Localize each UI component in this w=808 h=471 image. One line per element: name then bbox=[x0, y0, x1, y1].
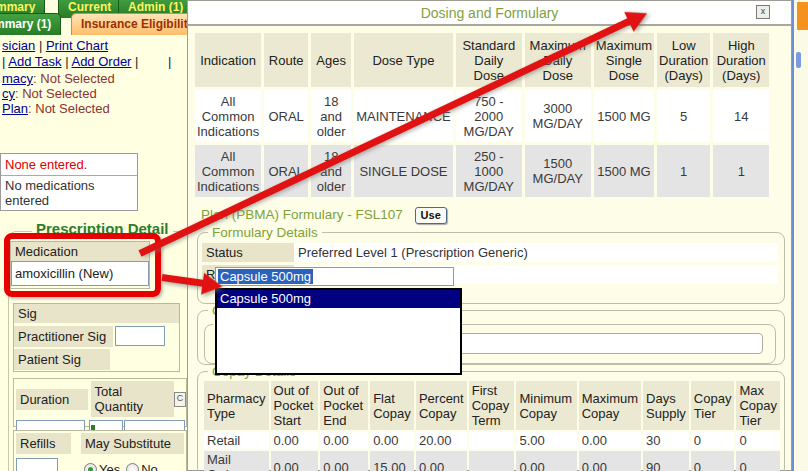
add-task-link[interactable]: Add Task bbox=[8, 54, 61, 69]
refills-input[interactable] bbox=[16, 458, 58, 471]
pharmacy-link[interactable]: macy bbox=[2, 71, 33, 86]
quantity-calculator-icon[interactable]: C bbox=[174, 392, 186, 407]
use-button[interactable]: Use bbox=[415, 207, 447, 224]
sig-group: Sig Practitioner Sig Patient Sig bbox=[13, 303, 180, 372]
copay-cell: 0.00 bbox=[320, 451, 368, 471]
copay-row-mail-order: Mail Order0.000.0015.000.000.000.009000 bbox=[204, 451, 780, 471]
copay-cell: 20.00 bbox=[416, 432, 467, 449]
close-icon[interactable]: x bbox=[756, 5, 770, 19]
copay-cell: 0.00 bbox=[579, 451, 641, 471]
may-substitute-yes[interactable]: Yes bbox=[84, 462, 120, 471]
refills-group: Refills May Substitute Yes No bbox=[13, 430, 187, 471]
copay-cell: Mail Order bbox=[204, 451, 269, 471]
dialog-titlebar: Dosing and Formulary x bbox=[188, 1, 791, 26]
dose-cell: All Common Indications bbox=[195, 90, 261, 142]
copay-cell: 0 bbox=[736, 432, 780, 449]
dose-cell: 1 bbox=[713, 145, 769, 197]
allergy-notice: None entered. bbox=[1, 154, 137, 176]
dose-cell: 1500 MG bbox=[594, 90, 654, 142]
copay-cell: 0.00 bbox=[271, 432, 319, 449]
may-substitute-header: May Substitute bbox=[81, 433, 184, 454]
dose-cell: 18 and older bbox=[311, 90, 351, 142]
dose-form-combobox[interactable]: Capsule 500mg bbox=[215, 267, 454, 286]
separator: | bbox=[65, 54, 68, 69]
agency-link[interactable]: cy bbox=[2, 86, 15, 101]
plan-link[interactable]: Plan bbox=[2, 101, 28, 116]
total-quantity-header: Total Quantity bbox=[91, 381, 175, 417]
dose-cell: MAINTENANCE bbox=[354, 90, 453, 142]
copay-cell bbox=[469, 451, 515, 471]
copay-cell: 0 bbox=[691, 451, 735, 471]
dose-header-row: IndicationRouteAgesDose TypeStandard Dai… bbox=[195, 33, 769, 87]
medication-highlight-box bbox=[4, 233, 161, 297]
tab-insurance-eligibility[interactable]: Insurance Eligibility bbox=[71, 13, 204, 35]
copay-row-retail: Retail0.000.000.0020.005.000.003000 bbox=[204, 432, 780, 449]
formulary-details-legend: Formulary Details bbox=[208, 225, 322, 240]
dose-col-header: Ages bbox=[311, 33, 351, 87]
plan-status: : Not Selected bbox=[28, 101, 110, 116]
right-page-strip bbox=[792, 0, 808, 471]
dose-cell: 1500 MG/DAY bbox=[525, 145, 591, 197]
dose-table: IndicationRouteAgesDose TypeStandard Dai… bbox=[192, 30, 772, 200]
may-substitute-no[interactable]: No bbox=[126, 462, 158, 471]
copay-cell: 0.00 bbox=[416, 451, 467, 471]
right-orange-tab-fragment bbox=[797, 2, 808, 30]
copay-col-header: Percent Copay bbox=[416, 381, 467, 430]
copay-cell: 0.00 bbox=[370, 432, 414, 449]
dose-col-header: Route bbox=[264, 33, 308, 87]
copay-header-row: Pharmacy TypeOut of Pocket StartOut of P… bbox=[204, 381, 780, 430]
practitioner-sig-label: Practitioner Sig bbox=[14, 326, 113, 347]
copay-cell: 0 bbox=[691, 432, 735, 449]
dose-cell: 14 bbox=[713, 90, 769, 142]
separator: | bbox=[2, 54, 5, 69]
copay-cell: 0.00 bbox=[516, 451, 576, 471]
chart-links-line: sician | Print Chart bbox=[2, 38, 108, 53]
quantity-group: Duration Total Quantity C bbox=[13, 378, 187, 427]
dose-cell: 3000 MG/DAY bbox=[525, 90, 591, 142]
print-chart-link[interactable]: Print Chart bbox=[46, 38, 108, 53]
dose-cell: ORAL bbox=[264, 90, 308, 142]
yes-label: Yes bbox=[99, 462, 120, 471]
copay-col-header: Max Copay Tier bbox=[736, 381, 780, 430]
copay-cell: 0.00 bbox=[579, 432, 641, 449]
dose-cell: All Common Indications bbox=[195, 145, 261, 197]
copay-col-header: Pharmacy Type bbox=[204, 381, 269, 430]
separator: | bbox=[168, 54, 171, 69]
dose-col-header: Low Duration (Days) bbox=[657, 33, 710, 87]
copay-col-header: Maximum Copay bbox=[579, 381, 641, 430]
patient-sig-label: Patient Sig bbox=[14, 349, 110, 370]
copay-cell: 15.00 bbox=[370, 451, 414, 471]
copay-cell: 30 bbox=[643, 432, 689, 449]
separator: | bbox=[39, 38, 42, 53]
dose-cell: 250 - 1000 MG/DAY bbox=[456, 145, 522, 197]
dose-col-header: Indication bbox=[195, 33, 261, 87]
physician-link[interactable]: sician bbox=[2, 38, 35, 53]
agency-line: cy: Not Selected bbox=[2, 86, 97, 101]
dose-cell: 1500 MG bbox=[594, 145, 654, 197]
scrollbar-thumb[interactable] bbox=[796, 52, 801, 68]
status-value: Preferred Level 1 (Prescription Generic) bbox=[294, 243, 778, 262]
separator: | bbox=[135, 54, 138, 69]
dose-col-header: High Duration (Days) bbox=[713, 33, 769, 87]
copay-col-header: Flat Copay bbox=[370, 381, 414, 430]
no-radio-icon[interactable] bbox=[126, 463, 139, 471]
no-label: No bbox=[141, 462, 158, 471]
copay-col-header: Copay Tier bbox=[691, 381, 735, 430]
copay-table: Pharmacy TypeOut of Pocket StartOut of P… bbox=[202, 379, 782, 471]
sig-header: Sig bbox=[14, 304, 179, 323]
copay-details-fieldset: Copay Details Pharmacy TypeOut of Pocket… bbox=[197, 364, 785, 471]
duration-header: Duration bbox=[16, 389, 88, 410]
copay-cell bbox=[469, 432, 515, 449]
copay-cell: 0.00 bbox=[320, 432, 368, 449]
add-order-link[interactable]: Add Order bbox=[71, 54, 131, 69]
dropdown-option[interactable]: Capsule 500mg bbox=[217, 290, 460, 308]
medication-notice: No medications entered bbox=[1, 176, 137, 210]
combobox-selected-text: Capsule 500mg bbox=[218, 269, 313, 284]
copay-col-header: Out of Pocket End bbox=[320, 381, 368, 430]
practitioner-sig-input[interactable] bbox=[115, 326, 165, 346]
yes-radio-icon[interactable] bbox=[84, 463, 97, 471]
tab-summary[interactable]: mmary (1) bbox=[0, 13, 61, 35]
copay-col-header: Out of Pocket Start bbox=[271, 381, 319, 430]
copay-col-header: Days Supply bbox=[643, 381, 689, 430]
dialog-title: Dosing and Formulary bbox=[421, 5, 559, 21]
